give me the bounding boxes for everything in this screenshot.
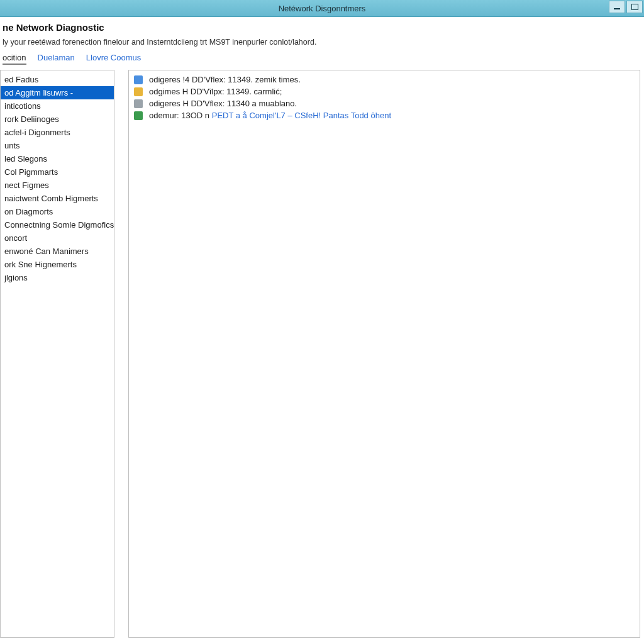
tab-2[interactable]: Llovre Coomus [86,53,141,65]
log-icon [134,99,144,109]
log-text: odgimes H DD'Vîlpx: 11349. carmlić; [149,87,282,96]
titlebar: Netéwork Disgonntmers [0,0,644,17]
sidebar-item-15[interactable]: jlgions [1,271,114,284]
log-panel: odigeres !4 DD'Vflex: 11349. zemik times… [128,70,640,638]
page-title: ne Network Diagnostic [3,22,638,33]
info-icon [134,75,144,86]
success-icon [134,111,144,121]
sidebar-item-9[interactable]: naictwent Comb Higmerts [1,192,114,205]
log-link[interactable]: PEDT a å Comjel'L7 – CSfeH! Pantas Todd … [212,111,391,120]
category-sidebar: ed Fadusod Aggitm lisuwrs -inticotionsro… [0,70,114,638]
sidebar-item-0[interactable]: ed Fadus [1,73,114,86]
sidebar-item-2[interactable]: inticotions [1,99,114,113]
sidebar-item-13[interactable]: enwoné Can Manimers [1,245,114,258]
tab-1[interactable]: Duelaman [38,53,75,65]
window-title: Netéwork Disgonntmers [0,4,644,13]
log-entry-0: odigeres !4 DD'Vflex: 11349. zemik times… [134,74,635,86]
page-header: ne Network Diagnostic ly your reetéwad f… [0,17,644,70]
sidebar-item-6[interactable]: led Slegons [1,152,114,165]
sidebar-item-3[interactable]: rork Deliinoges [1,113,114,126]
page-description: ly your reetéwad forenection finelour an… [3,38,638,47]
sidebar-item-11[interactable]: Connectning Somle Digmofics [1,218,114,231]
log-entry-1: odgimes H DD'Vîlpx: 11349. carmlić; [134,86,635,98]
log-entry-3: odemur: 13OD n PEDT a å Comjel'L7 – CSfe… [134,110,635,122]
window-controls [608,0,643,16]
sidebar-item-4[interactable]: acfel-i Digonmerts [1,126,114,139]
sidebar-item-7[interactable]: Col Pigmmarts [1,165,114,179]
minimize-button[interactable] [609,1,625,13]
log-entry-2: odigeres H DD'Vflex: 11340 a muablano. [134,98,635,110]
log-text: odigeres H DD'Vflex: 11340 a muablano. [149,99,297,108]
sidebar-item-1[interactable]: od Aggitm lisuwrs - [1,86,114,99]
tab-bar: ocitionDuelamanLlovre Coomus [3,53,638,65]
tab-0[interactable]: ocition [3,53,26,65]
app-window: Netéwork Disgonntmers ne Network Diagnos… [0,0,644,644]
maximize-button[interactable] [626,1,643,13]
sidebar-item-10[interactable]: on Diagmorts [1,205,114,218]
log-text: odigeres !4 DD'Vflex: 11349. zemik times… [149,75,301,84]
sidebar-item-8[interactable]: nect Figmes [1,179,114,192]
sidebar-item-5[interactable]: unts [1,139,114,152]
column-gap [114,70,128,638]
body-split: ed Fadusod Aggitm lisuwrs -inticotionsro… [0,70,644,644]
warning-icon [134,87,144,97]
sidebar-item-14[interactable]: ork Sne Hignemerts [1,258,114,271]
log-text: odemur: 13OD n PEDT a å Comjel'L7 – CSfe… [149,111,391,120]
sidebar-item-12[interactable]: oncort [1,231,114,245]
